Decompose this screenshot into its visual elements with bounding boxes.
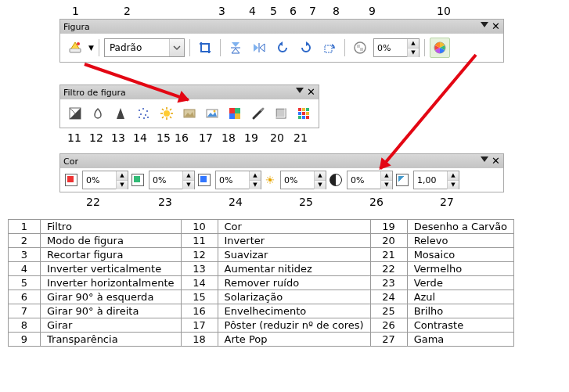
mode-combo[interactable]: Padrão	[104, 38, 185, 57]
crop-button[interactable]	[195, 38, 215, 58]
relief-button[interactable]	[271, 103, 290, 124]
filter-button[interactable]	[65, 38, 85, 58]
legend-num: 20	[370, 234, 407, 248]
color-button[interactable]	[430, 38, 450, 58]
svg-line-21	[162, 109, 164, 110]
svg-point-11	[140, 113, 142, 115]
red-icon	[65, 174, 77, 186]
spin-down-icon[interactable]: ▼	[408, 48, 419, 57]
legend-table: 1Filtro10Cor19Desenho a Carvão2Modo de f…	[8, 219, 514, 347]
legend-num: 6	[9, 290, 41, 304]
popart-button[interactable]	[225, 103, 245, 124]
contrast-spin[interactable]: 0%▲▼	[347, 171, 393, 189]
blue-value: 0%	[216, 175, 249, 185]
legend-label: Inverter horizontalmente	[41, 276, 182, 290]
spin-up-icon[interactable]: ▲	[408, 39, 419, 48]
solarize-button[interactable]	[157, 103, 176, 124]
blue-icon	[198, 174, 211, 186]
callout-16: 16	[175, 131, 189, 144]
legend-label: Inverter verticalmente	[41, 262, 182, 276]
legend-num: 27	[370, 333, 407, 347]
legend-label: Girar 90° à direita	[41, 304, 182, 318]
gamma-icon	[396, 174, 409, 186]
mosaic-button[interactable]	[294, 103, 314, 124]
legend-label: Desenho a Carvão	[407, 220, 513, 234]
legend-label: Verde	[407, 276, 513, 290]
legend-label: Contraste	[407, 318, 513, 333]
legend-num: 8	[9, 318, 41, 333]
minimize-icon[interactable]	[481, 156, 488, 162]
gamma-spin[interactable]: 1,00▲▼	[413, 171, 459, 189]
close-icon[interactable]: ✕	[307, 88, 315, 97]
legend-num: 5	[9, 276, 41, 290]
brightness-spin[interactable]: 0%▲▼	[280, 171, 326, 189]
sharpen-button[interactable]	[111, 103, 131, 124]
close-icon[interactable]: ✕	[492, 22, 500, 31]
charcoal-button[interactable]	[248, 103, 268, 124]
svg-point-15	[147, 117, 149, 118]
legend-row: 9Transparência18Arte Pop27Gama	[9, 333, 514, 347]
rotate-left-button[interactable]	[272, 38, 293, 58]
legend-label: Azul	[407, 290, 513, 304]
legend-num: 12	[181, 248, 218, 262]
legend-num: 22	[370, 262, 407, 276]
transparency-button[interactable]	[350, 38, 370, 58]
invert-button[interactable]	[65, 103, 85, 124]
svg-line-22	[170, 117, 171, 118]
flip-vertical-button[interactable]	[225, 38, 246, 58]
blue-spin[interactable]: 0%▲▼	[215, 171, 261, 189]
legend-label: Girar	[41, 318, 182, 333]
filtro-title: Filtro de figura	[63, 88, 126, 98]
figura-titlebar[interactable]: Figura ✕	[60, 20, 503, 34]
legend-num: 1	[9, 220, 41, 234]
legend-num: 16	[181, 304, 218, 318]
svg-rect-40	[298, 116, 301, 119]
legend-num: 3	[9, 248, 41, 262]
contrast-icon	[330, 174, 342, 186]
poster-button[interactable]	[203, 103, 222, 124]
svg-rect-29	[235, 108, 240, 113]
legend-num: 9	[9, 333, 41, 347]
legend-row: 7Girar 90° à direita16Envelhecimento25Br…	[9, 304, 514, 318]
rotate-button[interactable]	[319, 38, 340, 58]
flip-horizontal-button[interactable]	[249, 38, 269, 58]
svg-point-12	[145, 114, 146, 116]
legend-num: 4	[9, 262, 41, 276]
smooth-button[interactable]	[88, 103, 107, 124]
callout-27: 27	[440, 196, 454, 208]
svg-rect-42	[306, 116, 309, 119]
noise-button[interactable]	[134, 103, 153, 124]
green-spin[interactable]: 0%▲▼	[149, 171, 195, 189]
chevron-down-icon[interactable]	[169, 39, 184, 56]
rotate-right-button[interactable]	[296, 38, 316, 58]
mode-value: Padrão	[105, 42, 169, 53]
legend-label: Relevo	[407, 234, 513, 248]
legend-label: Pôster (reduzir nº de cores)	[218, 318, 370, 333]
legend-label: Brilho	[407, 304, 513, 318]
cor-titlebar[interactable]: Cor ✕	[60, 154, 503, 168]
legend-num: 23	[370, 276, 407, 290]
svg-rect-35	[302, 108, 305, 111]
svg-rect-37	[298, 112, 301, 115]
callout-24: 24	[229, 196, 243, 208]
aging-button[interactable]	[179, 103, 199, 124]
close-icon[interactable]: ✕	[492, 156, 500, 166]
legend-row: 1Filtro10Cor19Desenho a Carvão	[9, 220, 514, 234]
legend-label: Envelhecimento	[218, 304, 370, 318]
legend-row: 5Inverter horizontalmente14Remover ruído…	[9, 276, 514, 290]
minimize-icon[interactable]	[481, 22, 488, 27]
legend-row: 2Modo de figura11Inverter20Relevo	[9, 234, 514, 248]
legend-label: Cor	[218, 220, 370, 234]
transparency-spin[interactable]: 0% ▲▼	[373, 38, 420, 57]
brightness-value: 0%	[281, 175, 314, 185]
filter-dropdown-arrow[interactable]: ▼	[88, 44, 94, 52]
red-spin[interactable]: 0%▲▼	[82, 171, 128, 189]
svg-rect-2	[325, 45, 332, 52]
minimize-icon[interactable]	[296, 88, 304, 93]
legend-num: 26	[370, 318, 407, 333]
legend-num: 24	[370, 290, 407, 304]
legend-num: 17	[181, 318, 218, 333]
callout-10: 10	[437, 5, 451, 17]
callout-23: 23	[158, 196, 172, 208]
callout-12: 12	[89, 131, 103, 144]
